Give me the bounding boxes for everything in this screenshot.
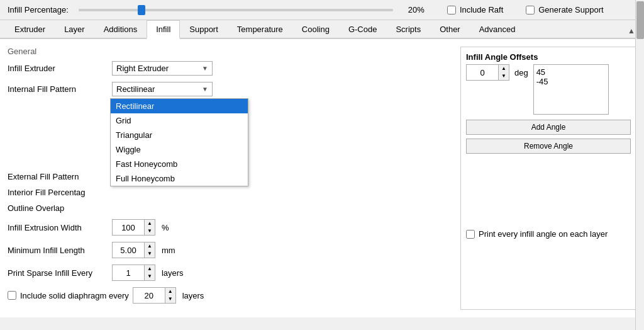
main-window: Infill Percentage: 20% Include Raft Gene… bbox=[0, 0, 644, 330]
angle-input-box: ▲ ▼ deg bbox=[466, 64, 528, 81]
tabs-bar: ExtruderLayerAdditionsInfillSupportTempe… bbox=[0, 20, 644, 39]
print-sparse-row: Print Sparse Infill Every ▲ ▼ layers bbox=[8, 265, 450, 281]
include-solid-input: ▲ ▼ bbox=[133, 287, 176, 304]
angle-spinners: ▲ ▼ bbox=[498, 65, 509, 80]
tab-temperature[interactable]: Temperature bbox=[228, 20, 292, 38]
slider-thumb[interactable] bbox=[138, 5, 145, 15]
interior-fill-row: Interior Fill Percentag bbox=[8, 188, 450, 197]
include-solid-label: Include solid diaphragm every bbox=[20, 291, 129, 300]
tab-other[interactable]: Other bbox=[430, 20, 470, 38]
angle-list-item[interactable]: -45 bbox=[536, 77, 606, 86]
infill-extruder-value: Right Extruder bbox=[116, 64, 169, 73]
min-infill-input: ▲ ▼ bbox=[112, 242, 155, 258]
general-section-title: General bbox=[8, 47, 450, 56]
min-infill-up[interactable]: ▲ bbox=[145, 242, 155, 250]
infill-extrusion-spinners: ▲ ▼ bbox=[144, 220, 155, 235]
percentage-value: 20% bbox=[408, 5, 425, 14]
print-sparse-down[interactable]: ▼ bbox=[145, 273, 155, 280]
tab-layer[interactable]: Layer bbox=[55, 20, 94, 38]
min-infill-unit: mm bbox=[162, 246, 175, 255]
internal-fill-value: Rectilinear bbox=[116, 84, 155, 94]
angle-field[interactable] bbox=[467, 66, 498, 79]
slider-fill bbox=[79, 9, 142, 11]
infill-extruder-arrow: ▼ bbox=[202, 65, 208, 72]
main-content: General Infill Extruder Right Extruder ▼… bbox=[0, 39, 644, 317]
include-solid-up[interactable]: ▲ bbox=[165, 288, 175, 295]
outline-overlap-label: Outline Overlap bbox=[8, 203, 108, 213]
internal-fill-row: Internal Fill Pattern Rectilinear ▼ bbox=[8, 82, 450, 96]
fill-pattern-dropdown: RectilinearGridTriangularWiggleFast Hone… bbox=[110, 98, 248, 186]
infill-extrusion-input: ▲ ▼ bbox=[112, 219, 155, 236]
print-sparse-field[interactable] bbox=[113, 266, 144, 280]
slider-track[interactable] bbox=[79, 9, 393, 11]
angle-up[interactable]: ▲ bbox=[499, 65, 509, 72]
min-infill-spinners: ▲ ▼ bbox=[144, 242, 155, 258]
include-solid-row: Include solid diaphragm every ▲ ▼ layers bbox=[8, 287, 450, 304]
min-infill-field[interactable] bbox=[113, 244, 144, 257]
angle-list[interactable]: 45-45 bbox=[533, 64, 609, 115]
internal-fill-select[interactable]: Rectilinear ▼ bbox=[112, 82, 213, 96]
angle-list-item[interactable]: 45 bbox=[536, 67, 606, 77]
include-solid-checkbox[interactable] bbox=[8, 291, 16, 300]
infill-angle-section: ▲ ▼ deg 45-45 Add Angle Remove Angle bbox=[466, 64, 631, 239]
tab-advanced[interactable]: Advanced bbox=[470, 20, 525, 38]
angle-number-input: ▲ ▼ bbox=[466, 64, 509, 81]
tab-gcode[interactable]: G-Code bbox=[339, 20, 387, 38]
min-infill-down[interactable]: ▼ bbox=[145, 250, 155, 258]
angle-row: ▲ ▼ deg 45-45 bbox=[466, 64, 631, 115]
dropdown-item-fast-honeycomb[interactable]: Fast Honeycomb bbox=[111, 157, 248, 171]
dropdown-item-rectilinear[interactable]: Rectilinear bbox=[111, 99, 248, 113]
angle-buttons: Add Angle Remove Angle bbox=[466, 120, 631, 154]
infill-extrusion-label: Infill Extrusion Width bbox=[8, 223, 108, 232]
infill-extrusion-down[interactable]: ▼ bbox=[145, 227, 155, 235]
generate-support-group: Generate Support bbox=[526, 5, 603, 14]
interior-fill-label: Interior Fill Percentag bbox=[8, 188, 108, 197]
infill-extrusion-row: Infill Extrusion Width ▲ ▼ % bbox=[8, 219, 450, 236]
scrollbar bbox=[635, 39, 644, 317]
infill-slider-container bbox=[79, 9, 393, 11]
generate-support-label: Generate Support bbox=[538, 5, 603, 14]
remove-angle-button[interactable]: Remove Angle bbox=[466, 139, 631, 154]
angle-down[interactable]: ▼ bbox=[499, 72, 509, 80]
include-solid-down[interactable]: ▼ bbox=[165, 295, 175, 303]
include-raft-checkbox[interactable] bbox=[447, 6, 456, 14]
include-solid-spinners: ▲ ▼ bbox=[165, 288, 175, 303]
tab-support[interactable]: Support bbox=[180, 20, 228, 38]
print-every-checkbox[interactable] bbox=[466, 230, 475, 239]
infill-extruder-label: Infill Extruder bbox=[8, 64, 108, 73]
min-infill-row: Minimum Infill Length ▲ ▼ mm bbox=[8, 242, 450, 258]
tab-scripts[interactable]: Scripts bbox=[386, 20, 430, 38]
dropdown-item-wiggle[interactable]: Wiggle bbox=[111, 142, 248, 157]
include-solid-field[interactable] bbox=[133, 289, 165, 302]
print-sparse-spinners: ▲ ▼ bbox=[144, 265, 155, 280]
dropdown-item-grid[interactable]: Grid bbox=[111, 113, 248, 128]
min-infill-label: Minimum Infill Length bbox=[8, 246, 108, 255]
left-panel: General Infill Extruder Right Extruder ▼… bbox=[8, 47, 450, 310]
infill-angle-title: Infill Angle Offsets bbox=[466, 52, 631, 62]
tab-cooling[interactable]: Cooling bbox=[292, 20, 339, 38]
print-every-row: Print every infill angle on each layer bbox=[466, 229, 631, 239]
print-every-label: Print every infill angle on each layer bbox=[479, 229, 608, 239]
print-sparse-input: ▲ ▼ bbox=[112, 265, 155, 281]
add-angle-button[interactable]: Add Angle bbox=[466, 120, 631, 135]
generate-support-checkbox[interactable] bbox=[526, 6, 535, 14]
include-solid-unit: layers bbox=[182, 291, 204, 300]
outline-overlap-row: Outline Overlap bbox=[8, 203, 450, 213]
dropdown-item-triangular[interactable]: Triangular bbox=[111, 128, 248, 142]
infill-percentage-label: Infill Percentage: bbox=[8, 5, 69, 14]
tab-extruder[interactable]: Extruder bbox=[5, 20, 55, 38]
print-sparse-up[interactable]: ▲ bbox=[145, 265, 155, 273]
external-fill-label: External Fill Pattern bbox=[8, 172, 108, 181]
tab-infill[interactable]: Infill bbox=[147, 20, 180, 39]
tab-additions[interactable]: Additions bbox=[94, 20, 147, 38]
dropdown-item-full-honeycomb[interactable]: Full Honeycomb bbox=[111, 171, 248, 186]
angle-unit: deg bbox=[514, 68, 528, 77]
infill-extruder-select[interactable]: Right Extruder ▼ bbox=[112, 61, 213, 76]
include-raft-group: Include Raft bbox=[447, 5, 503, 14]
include-raft-label: Include Raft bbox=[460, 5, 503, 14]
infill-extrusion-field[interactable] bbox=[113, 221, 144, 234]
infill-extrusion-up[interactable]: ▲ bbox=[145, 220, 155, 227]
print-sparse-label: Print Sparse Infill Every bbox=[8, 268, 108, 278]
internal-fill-arrow: ▼ bbox=[202, 86, 208, 93]
print-sparse-unit: layers bbox=[162, 268, 184, 278]
